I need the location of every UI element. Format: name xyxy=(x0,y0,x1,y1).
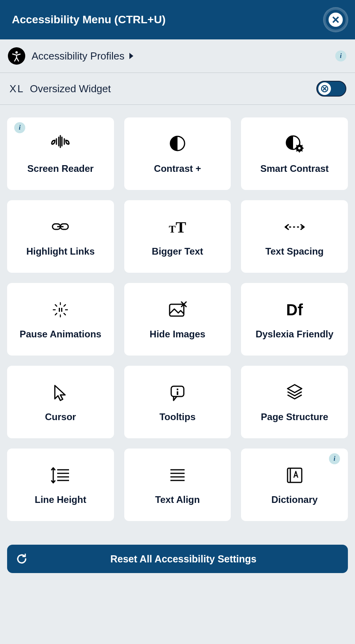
tile-label: Dictionary xyxy=(271,494,318,505)
line-height-icon xyxy=(49,464,71,486)
profiles-row[interactable]: Accessibility Profiles i xyxy=(0,39,355,73)
layers-icon xyxy=(284,382,306,404)
tile-dyslexia-friendly[interactable]: Df Dyslexia Friendly xyxy=(241,283,348,356)
tile-highlight-links[interactable]: Highlight Links xyxy=(7,200,114,273)
text-spacing-icon xyxy=(284,216,306,238)
text-align-icon xyxy=(166,464,189,486)
oversized-label: Oversized Widget xyxy=(30,83,111,95)
link-icon xyxy=(49,216,71,238)
close-icon xyxy=(328,12,344,28)
hide-image-icon xyxy=(166,299,189,321)
tile-pause-animations[interactable]: Pause Animations xyxy=(7,283,114,356)
tile-label: Highlight Links xyxy=(26,246,95,257)
tile-label: Contrast + xyxy=(154,163,201,174)
tile-label: Smart Contrast xyxy=(260,163,329,174)
dyslexia-icon: Df xyxy=(286,299,303,321)
toggle-knob xyxy=(318,82,331,95)
reset-label: Reset All Accessibility Settings xyxy=(28,553,339,565)
tile-hide-images[interactable]: Hide Images xyxy=(124,283,231,356)
tile-bigger-text[interactable]: TT Bigger Text xyxy=(124,200,231,273)
tile-screen-reader[interactable]: i Screen Reader xyxy=(7,117,114,190)
tile-dictionary[interactable]: i Dictionary xyxy=(241,449,348,521)
profiles-info-badge[interactable]: i xyxy=(335,50,346,61)
tile-label: Pause Animations xyxy=(20,329,101,340)
profiles-label: Accessibility Profiles xyxy=(32,50,125,62)
cursor-icon xyxy=(49,382,71,404)
close-button[interactable] xyxy=(324,8,347,31)
tile-smart-contrast[interactable]: Smart Contrast xyxy=(241,117,348,190)
tile-text-align[interactable]: Text Align xyxy=(124,449,231,521)
tiles-grid: i Screen Reader Contrast + Smart Contras… xyxy=(0,105,355,528)
tile-label: Hide Images xyxy=(149,329,205,340)
chevron-right-icon xyxy=(129,53,133,59)
tile-page-structure[interactable]: Page Structure xyxy=(241,366,348,438)
accessibility-icon xyxy=(8,47,25,65)
header: Accessibility Menu (CTRL+U) xyxy=(0,0,355,39)
tile-label: Text Spacing xyxy=(265,246,324,257)
tile-label: Text Align xyxy=(155,494,200,505)
contrast-icon xyxy=(166,133,189,155)
info-badge[interactable]: i xyxy=(329,453,340,464)
pause-icon xyxy=(49,299,71,321)
toggle-off-icon xyxy=(321,85,329,93)
tile-cursor[interactable]: Cursor xyxy=(7,366,114,438)
tile-label: Page Structure xyxy=(261,411,328,423)
dictionary-icon xyxy=(284,464,306,486)
tile-tooltips[interactable]: Tooltips xyxy=(124,366,231,438)
header-title: Accessibility Menu (CTRL+U) xyxy=(12,13,166,26)
smart-contrast-icon xyxy=(284,133,306,155)
tile-label: Bigger Text xyxy=(152,246,203,257)
bigger-text-icon: TT xyxy=(169,216,186,238)
screen-reader-icon xyxy=(49,133,71,155)
info-badge[interactable]: i xyxy=(14,122,25,133)
tile-label: Line Height xyxy=(35,494,86,505)
oversized-row: XL Oversized Widget xyxy=(0,73,355,105)
reset-icon xyxy=(16,553,28,565)
tile-line-height[interactable]: Line Height xyxy=(7,449,114,521)
oversized-toggle[interactable] xyxy=(316,81,346,97)
xl-icon: XL xyxy=(9,83,24,95)
tooltip-icon xyxy=(166,382,189,404)
reset-button[interactable]: Reset All Accessibility Settings xyxy=(7,545,348,573)
tile-label: Tooltips xyxy=(159,411,196,423)
tile-label: Cursor xyxy=(45,411,76,423)
tile-text-spacing[interactable]: Text Spacing xyxy=(241,200,348,273)
tile-label: Dyslexia Friendly xyxy=(256,329,333,340)
tile-label: Screen Reader xyxy=(27,163,93,174)
tile-contrast-plus[interactable]: Contrast + xyxy=(124,117,231,190)
